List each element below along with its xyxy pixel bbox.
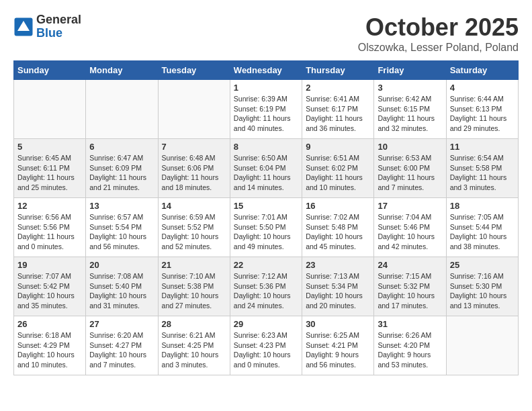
day-number: 5 xyxy=(17,142,82,152)
day-number: 27 xyxy=(89,319,154,329)
calendar-cell: 15Sunrise: 7:01 AM Sunset: 5:50 PM Dayli… xyxy=(230,198,302,257)
day-number: 18 xyxy=(450,201,515,211)
calendar-cell: 21Sunrise: 7:10 AM Sunset: 5:38 PM Dayli… xyxy=(158,257,230,316)
day-number: 12 xyxy=(17,201,82,211)
day-info: Sunrise: 6:51 AM Sunset: 6:02 PM Dayligh… xyxy=(306,153,370,193)
calendar-week-row: 5Sunrise: 6:45 AM Sunset: 6:11 PM Daylig… xyxy=(14,139,519,198)
day-info: Sunrise: 7:10 AM Sunset: 5:38 PM Dayligh… xyxy=(162,271,226,311)
calendar-cell: 5Sunrise: 6:45 AM Sunset: 6:11 PM Daylig… xyxy=(14,139,86,198)
day-number: 6 xyxy=(89,142,154,152)
day-info: Sunrise: 7:12 AM Sunset: 5:36 PM Dayligh… xyxy=(234,271,298,311)
day-info: Sunrise: 7:16 AM Sunset: 5:30 PM Dayligh… xyxy=(450,271,515,311)
calendar-cell: 13Sunrise: 6:57 AM Sunset: 5:54 PM Dayli… xyxy=(86,198,158,257)
day-number: 21 xyxy=(162,260,226,270)
day-info: Sunrise: 6:47 AM Sunset: 6:09 PM Dayligh… xyxy=(89,153,154,193)
weekday-header: Tuesday xyxy=(158,61,230,80)
weekday-header: Friday xyxy=(374,61,446,80)
calendar-cell: 31Sunrise: 6:26 AM Sunset: 4:20 PM Dayli… xyxy=(374,316,446,375)
day-info: Sunrise: 7:07 AM Sunset: 5:42 PM Dayligh… xyxy=(17,271,82,311)
day-info: Sunrise: 6:25 AM Sunset: 4:21 PM Dayligh… xyxy=(306,330,370,370)
day-info: Sunrise: 7:04 AM Sunset: 5:46 PM Dayligh… xyxy=(378,212,442,252)
day-number: 1 xyxy=(234,83,298,93)
calendar-cell: 1Sunrise: 6:39 AM Sunset: 6:19 PM Daylig… xyxy=(230,80,302,139)
day-info: Sunrise: 6:53 AM Sunset: 6:00 PM Dayligh… xyxy=(378,153,442,193)
weekday-header: Monday xyxy=(86,61,158,80)
calendar-cell: 10Sunrise: 6:53 AM Sunset: 6:00 PM Dayli… xyxy=(374,139,446,198)
day-info: Sunrise: 6:26 AM Sunset: 4:20 PM Dayligh… xyxy=(378,330,442,370)
calendar-cell: 6Sunrise: 6:47 AM Sunset: 6:09 PM Daylig… xyxy=(86,139,158,198)
calendar-week-row: 12Sunrise: 6:56 AM Sunset: 5:56 PM Dayli… xyxy=(14,198,519,257)
location-title: Olszowka, Lesser Poland, Poland xyxy=(358,42,519,54)
logo-blue: Blue xyxy=(36,27,81,40)
calendar-cell: 7Sunrise: 6:48 AM Sunset: 6:06 PM Daylig… xyxy=(158,139,230,198)
day-info: Sunrise: 6:23 AM Sunset: 4:23 PM Dayligh… xyxy=(234,330,298,370)
calendar-cell xyxy=(86,80,158,139)
day-info: Sunrise: 6:39 AM Sunset: 6:19 PM Dayligh… xyxy=(234,94,298,134)
calendar-cell: 14Sunrise: 6:59 AM Sunset: 5:52 PM Dayli… xyxy=(158,198,230,257)
calendar-cell xyxy=(446,316,518,375)
calendar-cell: 29Sunrise: 6:23 AM Sunset: 4:23 PM Dayli… xyxy=(230,316,302,375)
calendar-cell: 30Sunrise: 6:25 AM Sunset: 4:21 PM Dayli… xyxy=(302,316,374,375)
day-number: 31 xyxy=(378,319,442,329)
calendar-cell: 3Sunrise: 6:42 AM Sunset: 6:15 PM Daylig… xyxy=(374,80,446,139)
calendar-cell: 23Sunrise: 7:13 AM Sunset: 5:34 PM Dayli… xyxy=(302,257,374,316)
calendar-cell: 24Sunrise: 7:15 AM Sunset: 5:32 PM Dayli… xyxy=(374,257,446,316)
day-info: Sunrise: 6:18 AM Sunset: 4:29 PM Dayligh… xyxy=(17,330,82,370)
day-number: 8 xyxy=(234,142,298,152)
logo: General Blue xyxy=(13,13,81,40)
svg-rect-2 xyxy=(21,27,26,31)
day-info: Sunrise: 7:02 AM Sunset: 5:48 PM Dayligh… xyxy=(306,212,370,252)
day-number: 15 xyxy=(234,201,298,211)
calendar-cell: 19Sunrise: 7:07 AM Sunset: 5:42 PM Dayli… xyxy=(14,257,86,316)
title-block: October 2025 Olszowka, Lesser Poland, Po… xyxy=(358,13,519,54)
day-info: Sunrise: 7:13 AM Sunset: 5:34 PM Dayligh… xyxy=(306,271,370,311)
calendar-cell: 9Sunrise: 6:51 AM Sunset: 6:02 PM Daylig… xyxy=(302,139,374,198)
day-number: 13 xyxy=(89,201,154,211)
day-info: Sunrise: 6:41 AM Sunset: 6:17 PM Dayligh… xyxy=(306,94,370,134)
calendar-cell: 8Sunrise: 6:50 AM Sunset: 6:04 PM Daylig… xyxy=(230,139,302,198)
day-info: Sunrise: 7:01 AM Sunset: 5:50 PM Dayligh… xyxy=(234,212,298,252)
calendar-week-row: 26Sunrise: 6:18 AM Sunset: 4:29 PM Dayli… xyxy=(14,316,519,375)
day-number: 4 xyxy=(450,83,515,93)
logo-general: General xyxy=(36,13,81,27)
calendar-cell xyxy=(158,80,230,139)
calendar-cell: 2Sunrise: 6:41 AM Sunset: 6:17 PM Daylig… xyxy=(302,80,374,139)
weekday-header: Saturday xyxy=(446,61,518,80)
calendar-cell: 25Sunrise: 7:16 AM Sunset: 5:30 PM Dayli… xyxy=(446,257,518,316)
day-number: 20 xyxy=(89,260,154,270)
day-number: 25 xyxy=(450,260,515,270)
day-info: Sunrise: 6:20 AM Sunset: 4:27 PM Dayligh… xyxy=(89,330,154,370)
day-number: 24 xyxy=(378,260,442,270)
calendar-cell: 11Sunrise: 6:54 AM Sunset: 5:58 PM Dayli… xyxy=(446,139,518,198)
calendar-cell: 27Sunrise: 6:20 AM Sunset: 4:27 PM Dayli… xyxy=(86,316,158,375)
day-info: Sunrise: 6:56 AM Sunset: 5:56 PM Dayligh… xyxy=(17,212,82,252)
calendar-cell: 12Sunrise: 6:56 AM Sunset: 5:56 PM Dayli… xyxy=(14,198,86,257)
calendar-cell: 18Sunrise: 7:05 AM Sunset: 5:44 PM Dayli… xyxy=(446,198,518,257)
month-title: October 2025 xyxy=(358,13,519,42)
day-number: 26 xyxy=(17,319,82,329)
calendar-cell: 28Sunrise: 6:21 AM Sunset: 4:25 PM Dayli… xyxy=(158,316,230,375)
weekday-header-row: SundayMondayTuesdayWednesdayThursdayFrid… xyxy=(14,61,519,80)
day-number: 23 xyxy=(306,260,370,270)
day-info: Sunrise: 6:50 AM Sunset: 6:04 PM Dayligh… xyxy=(234,153,298,193)
calendar-cell: 17Sunrise: 7:04 AM Sunset: 5:46 PM Dayli… xyxy=(374,198,446,257)
day-number: 22 xyxy=(234,260,298,270)
calendar-cell: 20Sunrise: 7:08 AM Sunset: 5:40 PM Dayli… xyxy=(86,257,158,316)
day-number: 2 xyxy=(306,83,370,93)
calendar-cell xyxy=(14,80,86,139)
day-number: 19 xyxy=(17,260,82,270)
day-number: 30 xyxy=(306,319,370,329)
weekday-header: Thursday xyxy=(302,61,374,80)
day-info: Sunrise: 6:44 AM Sunset: 6:13 PM Dayligh… xyxy=(450,94,515,134)
calendar-cell: 26Sunrise: 6:18 AM Sunset: 4:29 PM Dayli… xyxy=(14,316,86,375)
day-number: 3 xyxy=(378,83,442,93)
day-info: Sunrise: 6:45 AM Sunset: 6:11 PM Dayligh… xyxy=(17,153,82,193)
calendar-week-row: 19Sunrise: 7:07 AM Sunset: 5:42 PM Dayli… xyxy=(14,257,519,316)
calendar-cell: 4Sunrise: 6:44 AM Sunset: 6:13 PM Daylig… xyxy=(446,80,518,139)
weekday-header: Wednesday xyxy=(230,61,302,80)
day-info: Sunrise: 7:15 AM Sunset: 5:32 PM Dayligh… xyxy=(378,271,442,311)
day-number: 11 xyxy=(450,142,515,152)
day-info: Sunrise: 6:54 AM Sunset: 5:58 PM Dayligh… xyxy=(450,153,515,193)
calendar-table: SundayMondayTuesdayWednesdayThursdayFrid… xyxy=(13,60,519,375)
day-info: Sunrise: 6:42 AM Sunset: 6:15 PM Dayligh… xyxy=(378,94,442,134)
